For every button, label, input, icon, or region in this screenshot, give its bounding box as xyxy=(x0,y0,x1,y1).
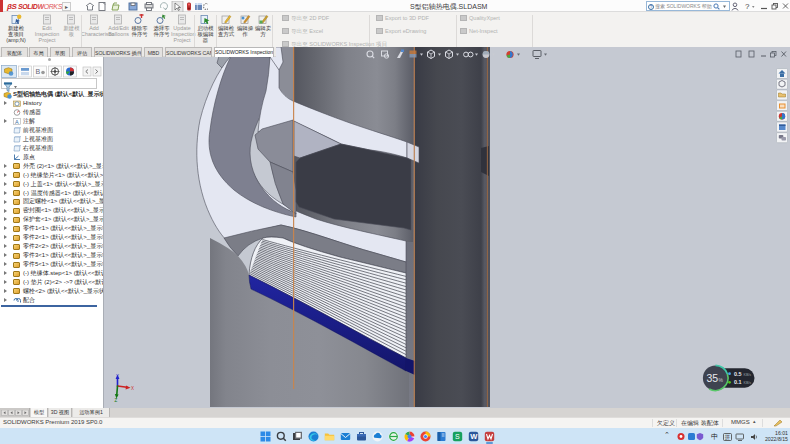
svg-text:S: S xyxy=(455,433,460,440)
svg-text:KB/s: KB/s xyxy=(744,373,752,377)
svg-text:?: ? xyxy=(745,2,750,11)
svg-text:X: X xyxy=(131,386,134,391)
svg-text:W: W xyxy=(470,432,478,441)
svg-text:拼: 拼 xyxy=(725,434,731,440)
svg-text:Z: Z xyxy=(115,398,118,403)
svg-text:B: B xyxy=(36,68,41,75)
svg-text:0.5: 0.5 xyxy=(734,371,742,377)
svg-text:KB/s: KB/s xyxy=(744,381,752,385)
svg-text:%: % xyxy=(719,377,724,383)
svg-text:Y: Y xyxy=(116,374,119,379)
svg-text:0.1: 0.1 xyxy=(734,379,742,385)
svg-text:35: 35 xyxy=(707,372,719,384)
svg-text:A: A xyxy=(15,118,19,124)
